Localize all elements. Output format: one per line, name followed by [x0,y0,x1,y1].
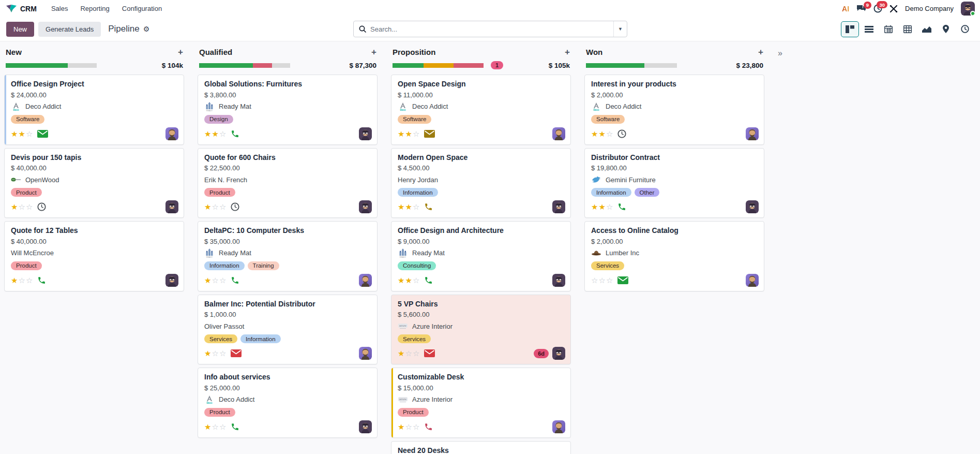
tag-product[interactable]: Product [11,261,42,270]
activity-envelope-icon[interactable] [37,130,48,138]
tag-information[interactable]: Information [398,188,438,197]
company-selector[interactable]: Demo Company [905,5,954,12]
star-filled-icon[interactable]: ★ [18,130,25,138]
search-bar[interactable]: ▼ [353,21,627,37]
activity-phone-icon[interactable] [424,202,433,211]
view-switch-map[interactable] [937,21,955,37]
star-empty-icon[interactable]: ☆ [413,349,419,357]
tag-services[interactable]: Services [398,334,431,343]
star-filled-icon[interactable]: ★ [204,276,211,284]
column-counter-badge[interactable]: 1 [491,61,503,69]
star-filled-icon[interactable]: ★ [212,130,218,138]
priority-stars[interactable]: ★☆☆ [204,276,226,284]
salesperson-avatar[interactable] [165,200,178,213]
priority-stars[interactable]: ★☆☆ [11,203,33,211]
kanban-card[interactable]: Global Solutions: Furnitures$ 3,800.00RE… [198,75,378,145]
column-add-button[interactable]: + [371,48,376,56]
user-avatar[interactable] [961,2,975,16]
view-switch-calendar[interactable] [879,21,897,37]
star-filled-icon[interactable]: ★ [398,423,404,431]
kanban-card[interactable]: Distributor Contract$ 19,800.00GGemini F… [584,148,764,218]
star-empty-icon[interactable]: ☆ [212,203,218,211]
star-empty-icon[interactable]: ☆ [212,349,218,357]
star-filled-icon[interactable]: ★ [398,276,404,284]
view-switch-graph[interactable] [917,21,936,37]
salesperson-avatar[interactable] [359,127,372,140]
salesperson-avatar[interactable] [746,200,759,213]
star-empty-icon[interactable]: ☆ [413,276,419,284]
view-switch-pivot[interactable] [898,21,916,37]
priority-stars[interactable]: ★☆☆ [398,349,419,357]
view-switch-kanban[interactable] [841,21,859,37]
salesperson-avatar[interactable] [746,274,759,287]
activity-phone-icon[interactable] [617,202,626,211]
tag-software[interactable]: Software [591,115,625,124]
priority-stars[interactable]: ★★☆ [398,203,419,211]
priority-stars[interactable]: ★☆☆ [11,276,33,284]
kanban-card[interactable]: Office Design and Architecture$ 9,000.00… [391,221,571,291]
activity-phone-icon[interactable] [424,276,433,285]
salesperson-avatar[interactable] [165,274,178,287]
star-filled-icon[interactable]: ★ [591,203,598,211]
progressbar-segment[interactable] [454,63,484,68]
tag-software[interactable]: Software [11,115,44,124]
tag-services[interactable]: Services [204,334,237,343]
progressbar-segment[interactable] [644,63,677,68]
view-switch-list[interactable] [860,21,878,37]
star-empty-icon[interactable]: ☆ [591,276,598,284]
column-progressbar[interactable] [199,63,290,68]
progressbar-segment[interactable] [272,63,290,68]
tag-product[interactable]: Product [204,188,235,197]
star-filled-icon[interactable]: ★ [398,130,404,138]
debug-tools-icon[interactable] [889,5,898,13]
tag-services[interactable]: Services [591,261,624,270]
progressbar-segment[interactable] [253,63,272,68]
kanban-card[interactable]: Quote for 12 Tables$ 40,000.00Will McEnc… [4,221,184,291]
star-filled-icon[interactable]: ★ [11,203,18,211]
kanban-card[interactable]: 5 VP Chairs$ 5,600.00azureAzure Interior… [391,295,571,365]
star-empty-icon[interactable]: ☆ [219,203,226,211]
star-empty-icon[interactable]: ☆ [413,203,419,211]
star-empty-icon[interactable]: ☆ [413,130,419,138]
tag-product[interactable]: Product [204,408,235,417]
column-progressbar[interactable] [586,63,677,68]
progressbar-segment[interactable] [199,63,253,68]
star-empty-icon[interactable]: ☆ [18,203,25,211]
activity-phone-icon[interactable] [37,276,46,285]
salesperson-avatar[interactable] [165,127,178,140]
tag-information[interactable]: Information [591,188,631,197]
column-progressbar[interactable] [393,63,484,68]
kanban-card[interactable]: Info about services$ 25,000.00DecoDeco A… [198,368,378,438]
priority-stars[interactable]: ★☆☆ [204,423,226,431]
star-empty-icon[interactable]: ☆ [219,276,226,284]
activity-envelope-icon[interactable] [617,276,628,284]
column-add-button[interactable]: + [565,48,570,56]
star-empty-icon[interactable]: ☆ [413,423,419,431]
tag-training[interactable]: Training [248,261,279,270]
activity-phone-icon[interactable] [231,422,239,431]
salesperson-avatar[interactable] [746,127,759,140]
priority-stars[interactable]: ★☆☆ [204,203,226,211]
tag-software[interactable]: Software [398,115,431,124]
kanban-card[interactable]: Devis pour 150 tapis$ 40,000.00OpenWoodP… [4,148,184,218]
priority-stars[interactable]: ★☆☆ [204,349,226,357]
activity-clock-icon[interactable] [617,129,626,138]
star-empty-icon[interactable]: ☆ [219,349,226,357]
priority-stars[interactable]: ★★☆ [591,203,613,211]
new-button[interactable]: New [6,22,34,37]
star-empty-icon[interactable]: ☆ [219,423,226,431]
salesperson-avatar[interactable] [359,420,372,433]
tag-other[interactable]: Other [635,188,660,197]
tag-information[interactable]: Information [240,334,281,343]
kanban-card[interactable]: Office Design Project$ 24,000.00DecoDeco… [4,75,184,145]
star-empty-icon[interactable]: ☆ [212,276,218,284]
column-add-button[interactable]: + [758,48,763,56]
star-filled-icon[interactable]: ★ [405,130,412,138]
star-empty-icon[interactable]: ☆ [606,276,613,284]
activity-phone-icon[interactable] [231,276,239,285]
nav-menu-reporting[interactable]: Reporting [75,2,114,15]
ai-assistant-icon[interactable]: AI [842,5,849,13]
progressbar-segment[interactable] [586,63,644,68]
progressbar-segment[interactable] [68,63,97,68]
star-filled-icon[interactable]: ★ [598,130,605,138]
